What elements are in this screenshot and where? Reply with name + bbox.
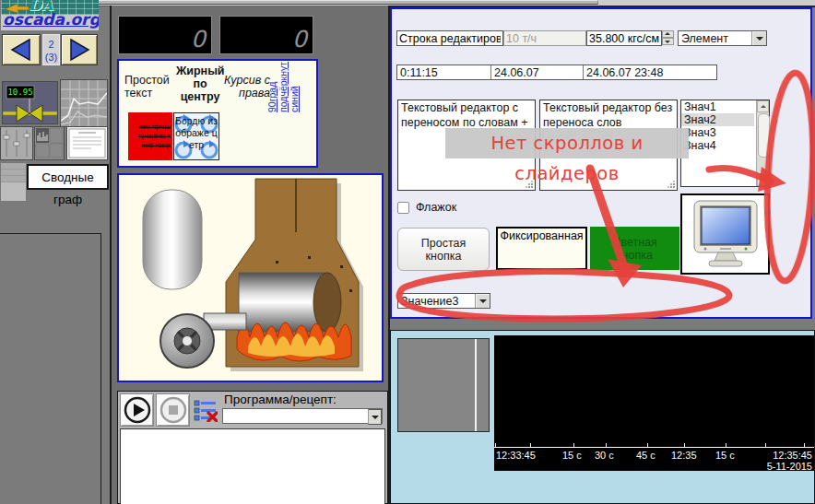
combo-arrow-button[interactable]	[368, 409, 382, 425]
lcd-display-2: 0	[219, 16, 313, 54]
stop-button[interactable]	[156, 393, 190, 427]
axis-tick	[765, 443, 766, 448]
openscada-vision-screen: DA oscada.org 2 (3) 10.95	[0, 0, 815, 504]
scrollbar-thumb[interactable]	[758, 113, 770, 158]
value-combobox-value: Значение3	[401, 295, 458, 308]
rotated-text-sample: 90град подчёркнут синий	[268, 61, 316, 114]
monitor-image-button[interactable]	[680, 193, 770, 275]
text-format-demo-panel: Простой текст Жирный по центру Курсив с …	[117, 59, 318, 168]
checkbox-label: Флажок	[416, 201, 456, 214]
triangle-down-icon	[665, 41, 670, 43]
summary-graphs-button[interactable]: Сводные граф	[27, 164, 109, 190]
bold-text-sample: Жирный по центру	[176, 64, 224, 103]
axis-tick	[684, 443, 685, 448]
axis-label: 12:33:45	[496, 450, 536, 461]
lcd-display-1: 0	[118, 16, 212, 54]
recipe-list-icon[interactable]	[194, 399, 218, 422]
monitor-icon	[687, 198, 764, 270]
element-combobox[interactable]: Элемент	[678, 30, 767, 46]
axis-tick	[804, 443, 805, 448]
date-field[interactable]: 24.06.07	[491, 65, 584, 79]
list-item[interactable]: Знач3	[681, 126, 754, 139]
simple-button[interactable]: Простая кнопка	[397, 228, 490, 271]
chevron-down-icon	[479, 299, 487, 303]
thumbnail-chart-widget[interactable]	[60, 79, 108, 127]
axis-tick	[530, 443, 531, 448]
axis-label: 15 с	[715, 450, 735, 461]
chart-thumb-graphic	[61, 80, 107, 126]
strikethrough-text-sample: шрифт мен и зачёркнут красн фон	[128, 112, 172, 160]
time-field[interactable]: 0:11:15	[397, 65, 491, 79]
border-image-sample: Бордю изображе цетр	[173, 112, 219, 160]
program-combobox[interactable]	[222, 408, 383, 424]
scrollbar-thumb[interactable]	[95, 0, 598, 5]
program-textarea[interactable]	[120, 428, 385, 504]
thumbnail-mini-widget[interactable]	[0, 162, 27, 202]
scroll-up-button[interactable]	[757, 100, 769, 112]
list-item[interactable]: Знач4	[681, 139, 754, 152]
list-scrollbar[interactable]	[756, 100, 769, 186]
element-combobox-value: Элемент	[681, 32, 728, 45]
spin-up-button[interactable]	[662, 30, 674, 38]
spectrum-graphic	[35, 127, 64, 159]
border-image-caption: Бордю изображе цетр	[174, 115, 219, 151]
trend-chart: 12:33:45 15 с 30 с 45 с 12:35 15 с 12:35…	[494, 335, 814, 471]
value-combobox[interactable]: Значение3	[397, 293, 490, 309]
spin-down-button[interactable]	[662, 38, 674, 45]
valve-graphic: 10.95	[3, 82, 57, 123]
triangle-up-icon	[665, 32, 670, 35]
lcd-value-1: 0	[191, 26, 206, 53]
plain-text-sample: Простой текст	[124, 74, 174, 100]
valve-led-value: 10.95	[7, 88, 32, 97]
tank-graphic	[143, 190, 202, 289]
line-edit-input[interactable]	[396, 30, 503, 46]
page-total: (3)	[43, 51, 59, 64]
spinbox-buttons	[662, 30, 674, 46]
next-page-button[interactable]	[61, 34, 98, 65]
diagram-cursor-line	[475, 339, 477, 431]
page-indicator: 2 (3)	[42, 34, 60, 65]
boiler-mnemo-panel	[117, 173, 384, 382]
chevron-down-icon	[372, 416, 379, 419]
play-icon	[123, 395, 152, 425]
combo-arrow-button[interactable]	[751, 31, 766, 45]
axis-label: 15 с	[562, 450, 582, 461]
italic-text-sample: Курсив с права	[222, 74, 270, 100]
axis-tick	[573, 443, 574, 448]
stop-icon	[159, 395, 188, 425]
triangle-down-icon	[761, 179, 766, 182]
fixed-button[interactable]: Фиксированная	[496, 227, 587, 270]
burner-opening	[313, 273, 341, 332]
datetime-field[interactable]: 24.06.07 23:48	[584, 65, 716, 79]
diagram-placeholder	[397, 338, 490, 432]
thumbnail-document-widget[interactable]	[66, 126, 108, 160]
scroll-down-button[interactable]	[757, 174, 769, 186]
prev-page-button[interactable]	[2, 34, 41, 65]
chevron-down-icon	[756, 37, 763, 41]
axis-tick	[726, 443, 726, 448]
annotation-label: Нет скроллов и слайдеров	[445, 128, 689, 158]
thumbnail-spectrum-widget[interactable]	[34, 126, 65, 160]
list-item[interactable]: Знач1	[681, 100, 754, 113]
disabled-input	[503, 30, 586, 46]
axis-label: 45 с	[636, 450, 656, 461]
thumbnail-sliders-widget[interactable]	[0, 126, 33, 160]
list-item-selected[interactable]: Знач2	[681, 113, 754, 126]
document-graphic	[67, 127, 107, 159]
values-listbox[interactable]: Знач1 Знач2 Знач3 Знач4	[680, 100, 770, 187]
axis-tick	[606, 443, 607, 448]
color-button[interactable]: Цветная кнопка	[590, 227, 679, 270]
thumbnail-valve-widget[interactable]: 10.95	[2, 81, 58, 124]
spinbox-input[interactable]	[586, 30, 662, 46]
arrow-right-icon	[64, 37, 95, 63]
logo-site-text: oscada.org	[3, 10, 99, 29]
resize-grip-icon[interactable]	[673, 186, 675, 188]
datetime-fields-row: 0:11:15 24.06.07 24.06.07 23:48	[396, 64, 717, 80]
program-recipe-widget: Программа/рецепт:	[117, 391, 388, 504]
triangle-up-icon	[761, 105, 766, 108]
combo-arrow-button[interactable]	[475, 294, 490, 308]
checkbox[interactable]	[397, 202, 409, 214]
axis-label: 12:35:45	[773, 450, 812, 461]
play-button[interactable]	[120, 393, 154, 427]
oscada-logo: DA oscada.org	[1, 0, 99, 30]
